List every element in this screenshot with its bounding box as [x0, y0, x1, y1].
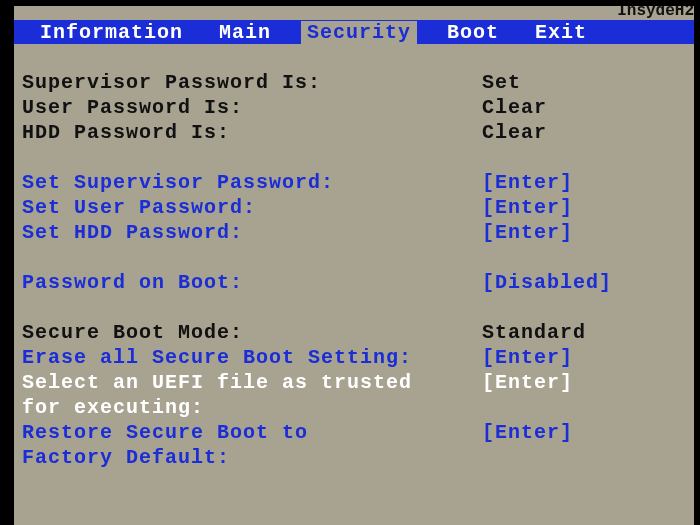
- select-uefi-file-value: [Enter]: [482, 370, 694, 395]
- set-supervisor-password-label: Set Supervisor Password:: [22, 170, 482, 195]
- tab-exit[interactable]: Exit: [529, 21, 593, 44]
- set-hdd-password-label: Set HDD Password:: [22, 220, 482, 245]
- row-restore-secure-boot-cont[interactable]: Factory Default:: [22, 445, 694, 470]
- supervisor-password-label: Supervisor Password Is:: [22, 70, 482, 95]
- row-supervisor-password-status: Supervisor Password Is: Set: [22, 70, 694, 95]
- set-user-password-label: Set User Password:: [22, 195, 482, 220]
- vendor-label: InsydeH2: [617, 6, 694, 20]
- tab-boot[interactable]: Boot: [441, 21, 505, 44]
- row-set-hdd-password[interactable]: Set HDD Password: [Enter]: [22, 220, 694, 245]
- row-select-uefi-file-cont[interactable]: for executing:: [22, 395, 694, 420]
- row-select-uefi-file[interactable]: Select an UEFI file as trusted [Enter]: [22, 370, 694, 395]
- row-set-user-password[interactable]: Set User Password: [Enter]: [22, 195, 694, 220]
- set-hdd-password-value: [Enter]: [482, 220, 694, 245]
- row-erase-secure-boot[interactable]: Erase all Secure Boot Setting: [Enter]: [22, 345, 694, 370]
- restore-secure-boot-label-1: Restore Secure Boot to: [22, 420, 482, 445]
- secure-boot-mode-value: Standard: [482, 320, 694, 345]
- password-on-boot-value: [Disabled]: [482, 270, 694, 295]
- row-restore-secure-boot[interactable]: Restore Secure Boot to [Enter]: [22, 420, 694, 445]
- tab-information[interactable]: Information: [34, 21, 189, 44]
- user-password-label: User Password Is:: [22, 95, 482, 120]
- restore-secure-boot-label-2: Factory Default:: [22, 445, 482, 470]
- row-secure-boot-mode: Secure Boot Mode: Standard: [22, 320, 694, 345]
- supervisor-password-value: Set: [482, 70, 694, 95]
- row-password-on-boot[interactable]: Password on Boot: [Disabled]: [22, 270, 694, 295]
- erase-secure-boot-value: [Enter]: [482, 345, 694, 370]
- select-uefi-file-label-1: Select an UEFI file as trusted: [22, 370, 482, 395]
- restore-secure-boot-value: [Enter]: [482, 420, 694, 445]
- tab-security[interactable]: Security: [301, 21, 417, 44]
- bios-screen: InsydeH2 Information Main Security Boot …: [14, 6, 694, 525]
- content-panel: Supervisor Password Is: Set User Passwor…: [14, 70, 694, 470]
- row-set-supervisor-password[interactable]: Set Supervisor Password: [Enter]: [22, 170, 694, 195]
- hdd-password-label: HDD Password Is:: [22, 120, 482, 145]
- row-hdd-password-status: HDD Password Is: Clear: [22, 120, 694, 145]
- secure-boot-mode-label: Secure Boot Mode:: [22, 320, 482, 345]
- hdd-password-value: Clear: [482, 120, 694, 145]
- set-user-password-value: [Enter]: [482, 195, 694, 220]
- user-password-value: Clear: [482, 95, 694, 120]
- erase-secure-boot-label: Erase all Secure Boot Setting:: [22, 345, 482, 370]
- tab-main[interactable]: Main: [213, 21, 277, 44]
- row-user-password-status: User Password Is: Clear: [22, 95, 694, 120]
- select-uefi-file-label-2: for executing:: [22, 395, 482, 420]
- menubar: Information Main Security Boot Exit: [14, 20, 694, 44]
- password-on-boot-label: Password on Boot:: [22, 270, 482, 295]
- set-supervisor-password-value: [Enter]: [482, 170, 694, 195]
